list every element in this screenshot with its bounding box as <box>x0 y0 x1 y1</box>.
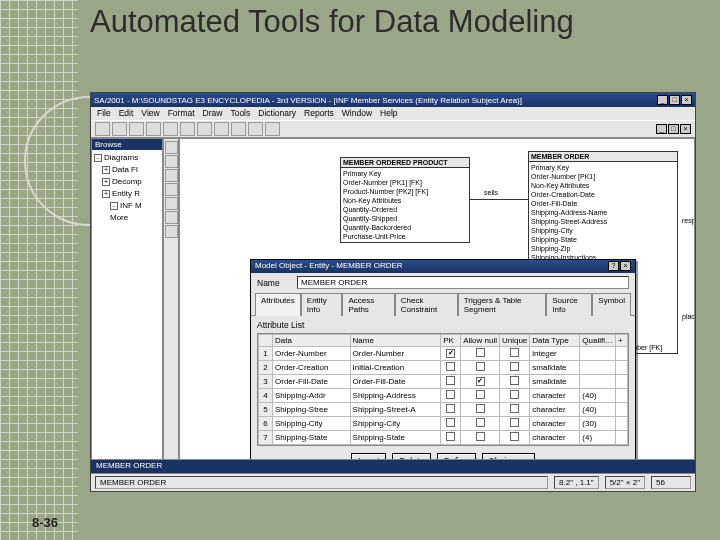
checkbox-icon[interactable] <box>446 349 455 358</box>
cell-datatype[interactable]: character <box>530 389 580 403</box>
cell-pk[interactable] <box>441 389 461 403</box>
tool-icon[interactable] <box>248 122 263 136</box>
checkbox-icon[interactable] <box>446 376 455 385</box>
cell-data[interactable]: Shipping-Stree <box>273 403 351 417</box>
checkbox-icon[interactable] <box>446 390 455 399</box>
grid-row[interactable]: 6Shipping-CityShipping-Citycharacter(30) <box>259 417 628 431</box>
checkbox-icon[interactable] <box>510 404 519 413</box>
grid-row[interactable]: 1Order-NumberOrder-Numberinteger <box>259 347 628 361</box>
cell-unique[interactable] <box>499 403 529 417</box>
cell-qualifier[interactable] <box>580 361 616 375</box>
expand-icon[interactable]: - <box>110 202 118 210</box>
menu-help[interactable]: Help <box>380 108 397 119</box>
cell-unique[interactable] <box>499 375 529 389</box>
tree-item[interactable]: -Diagrams <box>94 152 160 164</box>
choices-button[interactable]: Choices… <box>482 453 535 460</box>
tool-icon[interactable] <box>265 122 280 136</box>
cell-data[interactable]: Shipping-City <box>273 417 351 431</box>
cell-data[interactable]: Shipping-Addr <box>273 389 351 403</box>
tool-icon[interactable] <box>129 122 144 136</box>
checkbox-icon[interactable] <box>476 404 485 413</box>
draw-tool-icon[interactable] <box>165 155 178 168</box>
cell-more[interactable] <box>616 361 628 375</box>
checkbox-icon[interactable] <box>446 404 455 413</box>
erd-canvas[interactable]: MEMBER ORDERED PRODUCT Primary Key Order… <box>179 138 695 460</box>
cell-qualifier[interactable]: (40) <box>580 389 616 403</box>
cell-qualifier[interactable]: (30) <box>580 417 616 431</box>
help-icon[interactable]: ? <box>608 261 619 271</box>
grid-row[interactable]: 5Shipping-StreeShipping-Street-Acharacte… <box>259 403 628 417</box>
checkbox-icon[interactable] <box>446 432 455 441</box>
doc-restore-icon[interactable]: □ <box>668 124 679 134</box>
cell-allownull[interactable] <box>461 431 500 445</box>
cell-unique[interactable] <box>499 347 529 361</box>
tab-check-constraint[interactable]: Check Constraint <box>395 293 458 316</box>
checkbox-icon[interactable] <box>476 390 485 399</box>
menu-dictionary[interactable]: Dictionary <box>258 108 296 119</box>
cell-qualifier[interactable] <box>580 375 616 389</box>
cell-qualifier[interactable]: (40) <box>580 403 616 417</box>
menu-file[interactable]: File <box>97 108 111 119</box>
grid-row[interactable]: 3Order-Fill-DateOrder-Fill-Datesmalldate <box>259 375 628 389</box>
tool-icon[interactable] <box>231 122 246 136</box>
tab-symbol[interactable]: Symbol <box>592 293 631 316</box>
checkbox-icon[interactable] <box>510 348 519 357</box>
cell-more[interactable] <box>616 375 628 389</box>
expand-icon[interactable]: - <box>94 154 102 162</box>
col-qualif[interactable]: Qualifi… <box>580 335 616 347</box>
cell-allownull[interactable] <box>461 417 500 431</box>
grid-row[interactable]: 4Shipping-AddrShipping-Addresscharacter(… <box>259 389 628 403</box>
expand-icon[interactable]: + <box>102 190 110 198</box>
checkbox-icon[interactable] <box>446 418 455 427</box>
col-unique[interactable]: Unique <box>499 335 529 347</box>
cell-more[interactable] <box>616 431 628 445</box>
expand-icon[interactable]: + <box>102 166 110 174</box>
cell-pk[interactable] <box>441 347 461 361</box>
cell-unique[interactable] <box>499 389 529 403</box>
checkbox-icon[interactable] <box>510 362 519 371</box>
maximize-icon[interactable]: □ <box>669 95 680 105</box>
cell-pk[interactable] <box>441 403 461 417</box>
tool-icon[interactable] <box>95 122 110 136</box>
tree-item[interactable]: +Entity R <box>94 188 160 200</box>
cell-datatype[interactable]: smalldate <box>530 361 580 375</box>
cell-datatype[interactable]: character <box>530 431 580 445</box>
tab-entity-info[interactable]: Entity Info <box>301 293 343 316</box>
checkbox-icon[interactable] <box>510 418 519 427</box>
minimize-icon[interactable]: _ <box>657 95 668 105</box>
cell-data[interactable]: Shipping-State <box>273 431 351 445</box>
tool-icon[interactable] <box>180 122 195 136</box>
close-icon[interactable]: × <box>681 95 692 105</box>
cell-unique[interactable] <box>499 417 529 431</box>
cell-allownull[interactable] <box>461 375 500 389</box>
col-name[interactable]: Name <box>350 335 441 347</box>
menu-draw[interactable]: Draw <box>203 108 223 119</box>
menu-reports[interactable]: Reports <box>304 108 334 119</box>
checkbox-icon[interactable] <box>446 362 455 371</box>
tree-item[interactable]: -INF M <box>94 200 160 212</box>
checkbox-icon[interactable] <box>476 418 485 427</box>
name-input[interactable] <box>297 276 629 289</box>
tree-item[interactable]: More <box>94 212 160 224</box>
tab-source-info[interactable]: Source Info <box>546 293 592 316</box>
cell-more[interactable] <box>616 347 628 361</box>
checkbox-icon[interactable] <box>476 348 485 357</box>
delete-row-button[interactable]: Delete <box>392 453 431 460</box>
cell-data[interactable]: Order-Fill-Date <box>273 375 351 389</box>
tab-attributes[interactable]: Attributes <box>255 293 301 316</box>
tree-item[interactable]: +Decomp <box>94 176 160 188</box>
cell-allownull[interactable] <box>461 389 500 403</box>
draw-tool-icon[interactable] <box>165 197 178 210</box>
tool-icon[interactable] <box>112 122 127 136</box>
cell-allownull[interactable] <box>461 403 500 417</box>
draw-tool-icon[interactable] <box>165 141 178 154</box>
cell-more[interactable] <box>616 403 628 417</box>
app-titlebar[interactable]: SA/2001 - M:\SOUNDSTAG E3 ENCYCLOPEDIA -… <box>91 93 695 107</box>
menu-format[interactable]: Format <box>168 108 195 119</box>
col-pk[interactable]: PK <box>441 335 461 347</box>
col-datatype[interactable]: Data Type <box>530 335 580 347</box>
cell-qualifier[interactable] <box>580 347 616 361</box>
doc-close-icon[interactable]: × <box>680 124 691 134</box>
tool-icon[interactable] <box>146 122 161 136</box>
attribute-grid[interactable]: Data Name PK Allow null Unique Data Type… <box>257 333 629 446</box>
